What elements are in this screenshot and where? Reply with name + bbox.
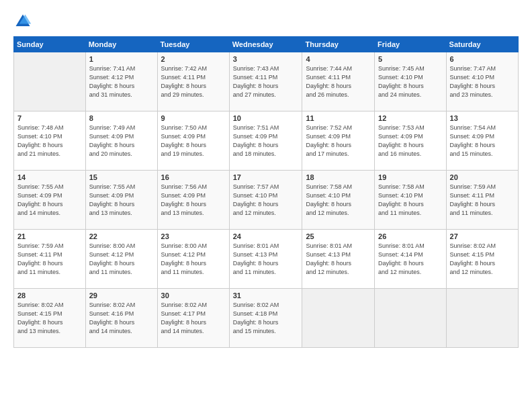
day-info: Sunrise: 7:58 AMSunset: 4:10 PMDaylight:… [306, 183, 371, 218]
calendar-cell: 3Sunrise: 7:43 AMSunset: 4:11 PMDaylight… [229, 52, 302, 111]
calendar-cell: 1Sunrise: 7:41 AMSunset: 4:12 PMDaylight… [85, 52, 157, 111]
logo [13, 12, 35, 31]
day-info: Sunrise: 7:51 AMSunset: 4:09 PMDaylight:… [233, 124, 299, 158]
day-number: 21 [17, 232, 82, 240]
day-number: 2 [161, 55, 226, 63]
day-number: 25 [306, 232, 371, 240]
day-info: Sunrise: 7:58 AMSunset: 4:10 PMDaylight:… [378, 183, 442, 218]
day-info: Sunrise: 7:59 AMSunset: 4:11 PMDaylight:… [17, 242, 82, 277]
day-info: Sunrise: 8:01 AMSunset: 4:13 PMDaylight:… [306, 242, 371, 277]
header [13, 12, 519, 31]
day-number: 31 [233, 291, 299, 300]
weekday-header-tuesday: Tuesday [157, 37, 229, 52]
day-info: Sunrise: 7:54 AMSunset: 4:09 PMDaylight:… [450, 124, 515, 158]
day-info: Sunrise: 7:47 AMSunset: 4:10 PMDaylight:… [450, 64, 515, 99]
day-info: Sunrise: 8:02 AMSunset: 4:18 PMDaylight:… [233, 301, 299, 336]
calendar-cell: 19Sunrise: 7:58 AMSunset: 4:10 PMDayligh… [375, 171, 446, 230]
calendar-week-3: 14Sunrise: 7:55 AMSunset: 4:09 PMDayligh… [14, 171, 519, 230]
day-info: Sunrise: 8:02 AMSunset: 4:15 PMDaylight:… [450, 242, 515, 277]
day-info: Sunrise: 8:01 AMSunset: 4:13 PMDaylight:… [233, 242, 299, 277]
calendar-cell: 14Sunrise: 7:55 AMSunset: 4:09 PMDayligh… [14, 171, 86, 230]
calendar-cell: 20Sunrise: 7:59 AMSunset: 4:11 PMDayligh… [446, 171, 518, 230]
calendar-header: SundayMondayTuesdayWednesdayThursdayFrid… [14, 37, 519, 52]
day-number: 24 [233, 232, 299, 240]
day-number: 20 [450, 173, 515, 181]
day-info: Sunrise: 7:56 AMSunset: 4:09 PMDaylight:… [161, 183, 226, 218]
calendar-cell: 6Sunrise: 7:47 AMSunset: 4:10 PMDaylight… [446, 52, 518, 111]
day-number: 6 [450, 55, 515, 63]
calendar-cell: 9Sunrise: 7:50 AMSunset: 4:09 PMDaylight… [157, 111, 229, 171]
day-number: 29 [89, 291, 154, 300]
calendar-cell: 18Sunrise: 7:58 AMSunset: 4:10 PMDayligh… [302, 171, 375, 230]
calendar-cell [375, 289, 446, 348]
day-info: Sunrise: 7:48 AMSunset: 4:10 PMDaylight:… [17, 124, 82, 158]
page: SundayMondayTuesdayWednesdayThursdayFrid… [0, 0, 532, 411]
calendar-cell: 7Sunrise: 7:48 AMSunset: 4:10 PMDaylight… [14, 111, 86, 171]
calendar-week-4: 21Sunrise: 7:59 AMSunset: 4:11 PMDayligh… [14, 230, 519, 289]
day-number: 1 [89, 55, 154, 63]
weekday-header-saturday: Saturday [446, 37, 518, 52]
day-info: Sunrise: 7:43 AMSunset: 4:11 PMDaylight:… [233, 64, 299, 99]
day-info: Sunrise: 8:02 AMSunset: 4:15 PMDaylight:… [17, 301, 82, 336]
calendar-cell [302, 289, 375, 348]
day-info: Sunrise: 8:00 AMSunset: 4:12 PMDaylight:… [89, 242, 154, 277]
calendar-cell: 24Sunrise: 8:01 AMSunset: 4:13 PMDayligh… [229, 230, 302, 289]
day-number: 10 [233, 114, 299, 122]
calendar-cell: 11Sunrise: 7:52 AMSunset: 4:09 PMDayligh… [302, 111, 375, 171]
calendar-cell: 28Sunrise: 8:02 AMSunset: 4:15 PMDayligh… [14, 289, 86, 348]
day-number: 14 [17, 173, 82, 181]
day-number: 17 [233, 173, 299, 181]
day-number: 28 [17, 291, 82, 300]
calendar-cell: 29Sunrise: 8:02 AMSunset: 4:16 PMDayligh… [85, 289, 157, 348]
weekday-header-wednesday: Wednesday [229, 37, 302, 52]
day-info: Sunrise: 7:52 AMSunset: 4:09 PMDaylight:… [306, 124, 371, 158]
day-number: 9 [161, 114, 226, 122]
calendar-cell [14, 52, 86, 111]
day-info: Sunrise: 8:02 AMSunset: 4:17 PMDaylight:… [161, 301, 226, 336]
day-info: Sunrise: 7:49 AMSunset: 4:09 PMDaylight:… [89, 124, 154, 158]
day-number: 27 [450, 232, 515, 240]
calendar-body: 1Sunrise: 7:41 AMSunset: 4:12 PMDaylight… [14, 52, 519, 348]
calendar-cell: 31Sunrise: 8:02 AMSunset: 4:18 PMDayligh… [229, 289, 302, 348]
day-info: Sunrise: 7:55 AMSunset: 4:09 PMDaylight:… [17, 183, 82, 218]
calendar-cell: 23Sunrise: 8:00 AMSunset: 4:12 PMDayligh… [157, 230, 229, 289]
calendar-cell: 2Sunrise: 7:42 AMSunset: 4:11 PMDaylight… [157, 52, 229, 111]
calendar-cell: 30Sunrise: 8:02 AMSunset: 4:17 PMDayligh… [157, 289, 229, 348]
day-number: 16 [161, 173, 226, 181]
day-info: Sunrise: 7:44 AMSunset: 4:11 PMDaylight:… [306, 64, 371, 99]
day-number: 11 [306, 114, 371, 122]
day-info: Sunrise: 7:45 AMSunset: 4:10 PMDaylight:… [378, 64, 442, 99]
calendar-cell: 26Sunrise: 8:01 AMSunset: 4:14 PMDayligh… [375, 230, 446, 289]
calendar-cell: 8Sunrise: 7:49 AMSunset: 4:09 PMDaylight… [85, 111, 157, 171]
calendar-cell: 25Sunrise: 8:01 AMSunset: 4:13 PMDayligh… [302, 230, 375, 289]
calendar-cell: 15Sunrise: 7:55 AMSunset: 4:09 PMDayligh… [85, 171, 157, 230]
day-number: 18 [306, 173, 371, 181]
calendar-cell: 17Sunrise: 7:57 AMSunset: 4:10 PMDayligh… [229, 171, 302, 230]
calendar-cell: 12Sunrise: 7:53 AMSunset: 4:09 PMDayligh… [375, 111, 446, 171]
calendar-cell: 21Sunrise: 7:59 AMSunset: 4:11 PMDayligh… [14, 230, 86, 289]
weekday-header-thursday: Thursday [302, 37, 375, 52]
day-number: 4 [306, 55, 371, 63]
day-number: 15 [89, 173, 154, 181]
calendar-cell: 5Sunrise: 7:45 AMSunset: 4:10 PMDaylight… [375, 52, 446, 111]
day-info: Sunrise: 7:59 AMSunset: 4:11 PMDaylight:… [450, 183, 515, 218]
day-info: Sunrise: 8:00 AMSunset: 4:12 PMDaylight:… [161, 242, 226, 277]
calendar-week-2: 7Sunrise: 7:48 AMSunset: 4:10 PMDaylight… [14, 111, 519, 171]
weekday-row: SundayMondayTuesdayWednesdayThursdayFrid… [14, 37, 519, 52]
calendar-table: SundayMondayTuesdayWednesdayThursdayFrid… [13, 36, 519, 348]
calendar-cell: 13Sunrise: 7:54 AMSunset: 4:09 PMDayligh… [446, 111, 518, 171]
day-info: Sunrise: 7:55 AMSunset: 4:09 PMDaylight:… [89, 183, 154, 218]
day-number: 22 [89, 232, 154, 240]
calendar-cell: 27Sunrise: 8:02 AMSunset: 4:15 PMDayligh… [446, 230, 518, 289]
weekday-header-friday: Friday [375, 37, 446, 52]
day-info: Sunrise: 7:42 AMSunset: 4:11 PMDaylight:… [161, 64, 226, 99]
day-info: Sunrise: 8:01 AMSunset: 4:14 PMDaylight:… [378, 242, 442, 277]
calendar-cell: 22Sunrise: 8:00 AMSunset: 4:12 PMDayligh… [85, 230, 157, 289]
logo-icon [13, 12, 32, 31]
day-number: 8 [89, 114, 154, 122]
calendar-cell: 16Sunrise: 7:56 AMSunset: 4:09 PMDayligh… [157, 171, 229, 230]
day-number: 30 [161, 291, 226, 300]
day-number: 5 [378, 55, 442, 63]
day-number: 3 [233, 55, 299, 63]
weekday-header-sunday: Sunday [14, 37, 86, 52]
